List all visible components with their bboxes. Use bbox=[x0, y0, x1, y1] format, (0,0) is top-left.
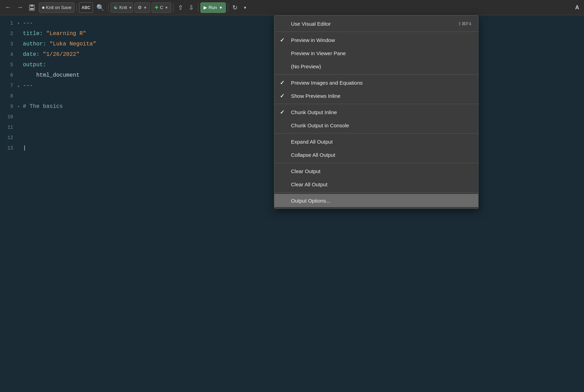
code-line: 4date: "1/26/2022" bbox=[0, 49, 270, 60]
line-number: 7 bbox=[3, 83, 13, 88]
menu-item-label: Preview in Viewer Pane bbox=[291, 50, 346, 56]
menu-item-no-preview[interactable]: (No Preview) bbox=[274, 60, 478, 73]
menu-separator bbox=[274, 163, 478, 163]
code-line: 1▾--- bbox=[0, 18, 270, 28]
knit-on-save-button[interactable]: ■ Knit on Save bbox=[39, 2, 75, 13]
menu-item-label: Clear Output bbox=[291, 168, 320, 174]
menu-item-chunk-inline[interactable]: ✓Chunk Output Inline bbox=[274, 105, 478, 119]
line-number: 5 bbox=[3, 62, 13, 68]
menu-separator bbox=[274, 192, 478, 193]
refresh-dropdown-button[interactable]: ▼ bbox=[241, 2, 249, 13]
menu-item-label: Preview in Window bbox=[291, 37, 335, 43]
line-content: html_document bbox=[23, 72, 79, 78]
menu-item-use-visual-editor[interactable]: Use Visual Editor⇧⌘F4 bbox=[274, 17, 478, 30]
knit-on-save-label: Knit on Save bbox=[46, 5, 71, 10]
line-arrow: ▾ bbox=[17, 21, 23, 26]
line-content: --- bbox=[23, 83, 33, 89]
menu-item-chunk-console[interactable]: Chunk Output in Console bbox=[274, 119, 478, 132]
gear-button[interactable]: ⚙ ▼ bbox=[135, 2, 150, 13]
menu-separator bbox=[274, 74, 478, 75]
menu-item-label: Chunk Output in Console bbox=[291, 122, 349, 128]
code-line: 9▾# The basics bbox=[0, 101, 270, 112]
line-number: 1 bbox=[3, 20, 13, 26]
menu-item-show-previews[interactable]: ✓Show Previews Inline bbox=[274, 89, 478, 102]
menu-item-label: Collapse All Output bbox=[291, 152, 335, 158]
editor-area: 1▾---2title: "Learning R"3author: "Luka … bbox=[0, 15, 584, 392]
code-line: 3author: "Luka Negoita" bbox=[0, 39, 270, 49]
code-line: 5output: bbox=[0, 60, 270, 70]
menu-item-label: Chunk Output Inline bbox=[291, 109, 337, 115]
line-arrow: ▾ bbox=[17, 104, 23, 109]
separator4 bbox=[198, 3, 198, 12]
search-button[interactable]: 🔍 bbox=[94, 2, 106, 13]
checkmark-icon: ✓ bbox=[280, 37, 284, 43]
code-line: 10 bbox=[0, 112, 270, 122]
menu-item-label: Output Options... bbox=[291, 198, 330, 204]
run-label: Run bbox=[208, 5, 217, 10]
menu-item-preview-in-viewer[interactable]: Preview in Viewer Pane bbox=[274, 46, 478, 60]
line-number: 12 bbox=[3, 135, 13, 140]
line-content bbox=[23, 145, 26, 151]
code-line: 2title: "Learning R" bbox=[0, 28, 270, 39]
save-button[interactable] bbox=[26, 2, 37, 13]
code-line: 7▴--- bbox=[0, 80, 270, 91]
menu-item-label: Expand All Output bbox=[291, 139, 333, 145]
move-up-button[interactable]: ⇧ bbox=[176, 2, 185, 13]
code-lines: 1▾---2title: "Learning R"3author: "Luka … bbox=[0, 15, 270, 153]
checkmark-icon: ✓ bbox=[280, 109, 284, 116]
move-down-button[interactable]: ⇩ bbox=[187, 2, 196, 13]
dropdown-menu: Use Visual Editor⇧⌘F4✓Preview in WindowP… bbox=[274, 15, 479, 209]
checkmark-icon: ✓ bbox=[280, 93, 284, 99]
knit-button[interactable]: ☯ Knit ▼ bbox=[111, 2, 133, 13]
line-number: 11 bbox=[3, 125, 13, 130]
refresh-button[interactable]: ↻ bbox=[230, 2, 240, 13]
forward-button[interactable]: → bbox=[15, 2, 25, 13]
line-number: 8 bbox=[3, 93, 13, 99]
menu-separator bbox=[274, 32, 478, 32]
line-number: 9 bbox=[3, 104, 13, 109]
menu-item-output-options[interactable]: Output Options... bbox=[274, 194, 478, 207]
menu-item-collapse-all[interactable]: Collapse All Output bbox=[274, 148, 478, 161]
addins-button[interactable]: ✚ C ▼ bbox=[152, 2, 171, 13]
knit-label: Knit bbox=[119, 5, 127, 10]
menu-separator bbox=[274, 104, 478, 104]
toolbar: ← → ■ Knit on Save ABC 🔍 ☯ Knit ▼ ⚙ ▼ ✚ … bbox=[0, 0, 584, 15]
separator3 bbox=[173, 3, 174, 12]
line-content: date: "1/26/2022" bbox=[23, 51, 79, 58]
line-content: # The basics bbox=[23, 103, 63, 110]
menu-item-clear-output[interactable]: Clear Output bbox=[274, 164, 478, 178]
menu-item-expand-all[interactable]: Expand All Output bbox=[274, 135, 478, 148]
line-number: 13 bbox=[3, 145, 13, 151]
shortcut-label: ⇧⌘F4 bbox=[458, 21, 471, 26]
spellcheck-button[interactable]: ABC bbox=[79, 2, 93, 13]
separator bbox=[77, 3, 77, 12]
menu-item-preview-images[interactable]: ✓Preview Images and Equations bbox=[274, 76, 478, 89]
menu-item-label: (No Preview) bbox=[291, 63, 321, 69]
line-number: 4 bbox=[3, 52, 13, 57]
line-number: 2 bbox=[3, 31, 13, 36]
line-content: --- bbox=[23, 20, 33, 26]
menu-item-label: Preview Images and Equations bbox=[291, 80, 363, 86]
menu-item-label: Show Previews Inline bbox=[291, 93, 341, 99]
code-line: 11 bbox=[0, 122, 270, 133]
back-button[interactable]: ← bbox=[3, 2, 13, 13]
separator5 bbox=[228, 3, 228, 12]
menu-item-clear-all-output[interactable]: Clear All Output bbox=[274, 178, 478, 191]
line-content: author: "Luka Negoita" bbox=[23, 41, 96, 47]
line-number: 6 bbox=[3, 73, 13, 78]
menu-item-preview-in-window[interactable]: ✓Preview in Window bbox=[274, 33, 478, 46]
font-size-button[interactable]: A bbox=[573, 2, 581, 13]
line-arrow: ▴ bbox=[17, 83, 23, 88]
code-line: 12 bbox=[0, 133, 270, 143]
line-content: output: bbox=[23, 62, 46, 68]
menu-item-label: Use Visual Editor bbox=[291, 21, 331, 27]
code-line: 6 html_document bbox=[0, 70, 270, 80]
separator2 bbox=[108, 3, 109, 12]
menu-item-label: Clear All Output bbox=[291, 181, 327, 187]
run-button[interactable]: ▶ Run ▼ bbox=[200, 2, 226, 13]
svg-rect-2 bbox=[30, 8, 34, 10]
code-line: 8 bbox=[0, 91, 270, 101]
svg-rect-1 bbox=[31, 5, 33, 7]
checkmark-icon: ✓ bbox=[280, 79, 284, 86]
code-editor[interactable]: 1▾---2title: "Learning R"3author: "Luka … bbox=[0, 15, 270, 392]
